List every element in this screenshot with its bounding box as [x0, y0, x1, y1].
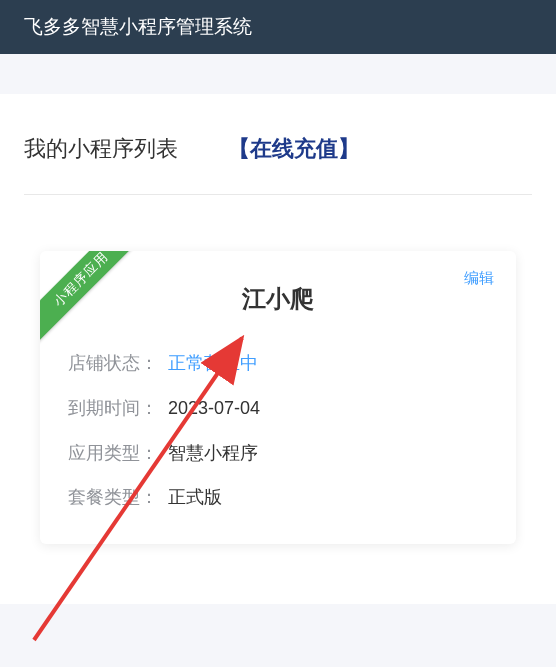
- edit-button[interactable]: 编辑: [464, 269, 494, 288]
- info-row-status: 店铺状态： 正常营业中: [68, 341, 488, 386]
- app-name-title: 江小爬: [68, 283, 488, 315]
- card-area: 小程序应用 编辑 江小爬 店铺状态： 正常营业中 到期时间： 2023-07-0…: [24, 195, 532, 584]
- system-header: 飞多多智慧小程序管理系统: [0, 0, 556, 54]
- system-title: 飞多多智慧小程序管理系统: [24, 16, 252, 37]
- info-row-expiry: 到期时间： 2023-07-04: [68, 386, 488, 431]
- info-label: 店铺状态：: [68, 349, 168, 378]
- main-content: 我的小程序列表 【在线充值】 小程序应用 编辑 江小爬 店铺状态： 正常营业中 …: [0, 94, 556, 604]
- info-label: 到期时间：: [68, 394, 168, 423]
- info-label: 应用类型：: [68, 439, 168, 468]
- recharge-link[interactable]: 【在线充值】: [228, 134, 360, 164]
- info-row-plan: 套餐类型： 正式版: [68, 475, 488, 520]
- page-header: 我的小程序列表 【在线充值】: [24, 114, 532, 195]
- info-label: 套餐类型：: [68, 483, 168, 512]
- app-card: 小程序应用 编辑 江小爬 店铺状态： 正常营业中 到期时间： 2023-07-0…: [40, 251, 516, 544]
- page-title: 我的小程序列表: [24, 134, 178, 164]
- info-value-app-type: 智慧小程序: [168, 439, 258, 468]
- info-value-expiry: 2023-07-04: [168, 394, 260, 423]
- info-value-status: 正常营业中: [168, 349, 258, 378]
- info-value-plan: 正式版: [168, 483, 222, 512]
- info-row-app-type: 应用类型： 智慧小程序: [68, 431, 488, 476]
